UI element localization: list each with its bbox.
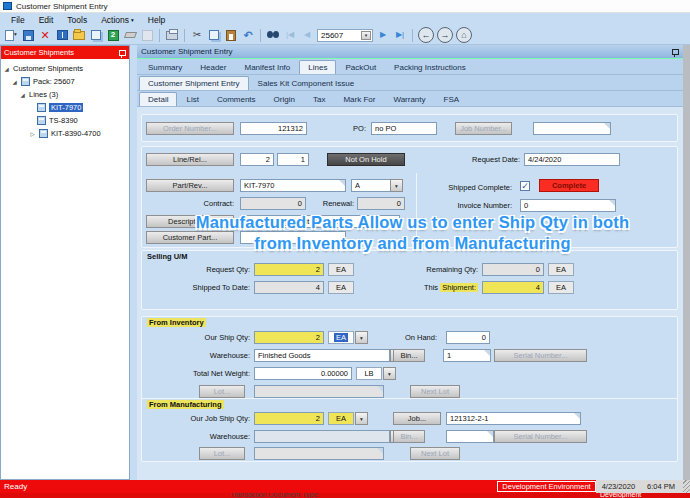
folder-icon[interactable] bbox=[72, 28, 86, 42]
cut-icon[interactable]: ✂ bbox=[190, 28, 204, 42]
tree-expander-icon[interactable]: ◢ bbox=[3, 66, 10, 72]
search-icon[interactable] bbox=[266, 28, 280, 42]
back-icon[interactable]: ← bbox=[418, 27, 434, 43]
new-icon[interactable]: ▾ bbox=[4, 28, 18, 42]
shipped-complete-checkbox[interactable]: ✓ bbox=[520, 181, 530, 191]
weight-uom-dropdown-icon[interactable]: ▾ bbox=[383, 367, 396, 380]
menu-actions[interactable]: Actions▾ bbox=[94, 15, 141, 25]
tab-warranty[interactable]: Warranty bbox=[384, 92, 434, 106]
job-field[interactable]: 121312-2-1 bbox=[446, 412, 581, 425]
line-rel-button[interactable]: Line/Rel... bbox=[146, 153, 234, 166]
previous-record-icon[interactable]: ◀ bbox=[300, 28, 314, 42]
lot-field-mfg bbox=[254, 447, 384, 460]
menu-tools[interactable]: Tools bbox=[60, 15, 94, 25]
export-icon[interactable]: 2 bbox=[106, 28, 120, 42]
tree-expander-icon[interactable]: ▷ bbox=[29, 131, 36, 137]
tree-panel-header: Customer Shipments bbox=[1, 46, 129, 59]
book-icon[interactable] bbox=[55, 28, 69, 42]
resize-grip[interactable] bbox=[683, 480, 690, 493]
clear-icon[interactable] bbox=[123, 28, 137, 42]
our-job-ship-qty-field[interactable]: 2 bbox=[254, 412, 324, 425]
po-field[interactable]: no PO bbox=[371, 122, 437, 135]
tab-lines[interactable]: Lines bbox=[299, 60, 336, 74]
lot-field-inv bbox=[254, 385, 384, 398]
tab-comments[interactable]: Comments bbox=[208, 92, 265, 106]
record-id-combo[interactable]: 25607 ▾ bbox=[317, 29, 373, 42]
request-date-field[interactable]: 4/24/2020 bbox=[524, 153, 620, 166]
line-field[interactable]: 2 bbox=[240, 153, 274, 166]
copy-icon[interactable] bbox=[207, 28, 221, 42]
tab-sales-kit-component-issue[interactable]: Sales Kit Component Issue bbox=[249, 76, 364, 90]
rev-field[interactable]: A bbox=[351, 179, 391, 192]
tab-manifest-info[interactable]: Manifest Info bbox=[235, 60, 299, 74]
order-number-button[interactable]: Order Number... bbox=[146, 122, 234, 135]
tab-summary[interactable]: Summary bbox=[139, 60, 191, 74]
job-number-field[interactable] bbox=[533, 122, 611, 135]
print-icon[interactable] bbox=[165, 28, 179, 42]
line-icon bbox=[39, 129, 48, 138]
tab-detail[interactable]: Detail bbox=[139, 92, 177, 106]
tab-mark-for[interactable]: Mark For bbox=[334, 92, 384, 106]
chevron-down-icon[interactable]: ▾ bbox=[361, 31, 371, 40]
menu-file[interactable]: File bbox=[4, 15, 32, 25]
warehouse-inv-combo[interactable]: Finished Goods bbox=[254, 349, 390, 362]
bin-button[interactable]: Bin... bbox=[393, 349, 425, 362]
tab-fsa[interactable]: FSA bbox=[435, 92, 469, 106]
tree-node-root[interactable]: ◢ Customer Shipments bbox=[3, 62, 129, 75]
tab-list[interactable]: List bbox=[177, 92, 207, 106]
part-field[interactable]: KIT-7970 bbox=[240, 179, 346, 192]
panel-splitter[interactable] bbox=[130, 45, 137, 480]
tab-header[interactable]: Header bbox=[191, 60, 235, 74]
undo-icon[interactable]: ↶ bbox=[241, 28, 255, 42]
tree-expander-icon[interactable]: ◢ bbox=[19, 92, 26, 98]
order-number-field[interactable]: 121312 bbox=[240, 122, 307, 135]
tree-node-line-ts8390[interactable]: TS-8390 bbox=[3, 114, 129, 127]
contract-label: Contract: bbox=[150, 199, 234, 208]
tab-origin[interactable]: Origin bbox=[265, 92, 304, 106]
first-record-icon[interactable]: |◀ bbox=[283, 28, 297, 42]
uom-dropdown-icon[interactable]: ▾ bbox=[355, 412, 368, 425]
this-shipment-field[interactable]: 4 bbox=[482, 281, 544, 294]
shipped-to-date-uom: EA bbox=[328, 281, 354, 294]
home-icon[interactable]: ⌂ bbox=[456, 27, 472, 43]
tree-node-lines[interactable]: ◢ Lines (3) bbox=[3, 88, 129, 101]
tree-expander-icon[interactable]: ◢ bbox=[11, 79, 18, 85]
pin-icon[interactable] bbox=[119, 50, 126, 56]
environment-badge: Development Environment bbox=[497, 481, 595, 492]
tab-packout[interactable]: PackOut bbox=[336, 60, 385, 74]
request-qty-field[interactable]: 2 bbox=[254, 263, 324, 276]
renewal-field: 0 bbox=[357, 197, 405, 210]
invoice-number-field[interactable]: 0 bbox=[520, 199, 616, 212]
menu-help[interactable]: Help bbox=[141, 15, 172, 25]
tree-node-line-kit7970[interactable]: KIT-7970 bbox=[3, 101, 129, 114]
our-ship-qty-field[interactable]: 2 bbox=[254, 331, 324, 344]
serial-number-button: Serial Number... bbox=[494, 349, 587, 362]
complete-button[interactable]: Complete bbox=[539, 179, 599, 192]
forward-icon[interactable]: → bbox=[437, 27, 453, 43]
delete-icon[interactable]: ✕ bbox=[38, 28, 52, 42]
job-number-button[interactable]: Job Number... bbox=[455, 122, 512, 135]
next-record-icon[interactable]: ▶ bbox=[376, 28, 390, 42]
part-rev-button[interactable]: Part/Rev... bbox=[146, 179, 234, 192]
job-button[interactable]: Job... bbox=[393, 412, 441, 425]
tab-customer-shipment-entry[interactable]: Customer Shipment Entry bbox=[139, 76, 249, 90]
copy-record-icon[interactable] bbox=[89, 28, 103, 42]
tree-node-pack[interactable]: ◢ Pack: 25607 bbox=[3, 75, 129, 88]
tree-node-line-kit8390[interactable]: ▷ KIT-8390-4700 bbox=[3, 127, 129, 140]
save-icon[interactable] bbox=[21, 28, 35, 42]
pack-icon bbox=[21, 77, 30, 86]
renewal-label: Renewal: bbox=[310, 199, 354, 208]
menu-edit[interactable]: Edit bbox=[32, 15, 61, 25]
tab-packing-instructions[interactable]: Packing Instructions bbox=[385, 60, 475, 74]
weight-uom-combo[interactable]: LB bbox=[356, 367, 382, 380]
total-net-weight-field[interactable]: 0.00000 bbox=[254, 367, 352, 380]
paste-icon[interactable] bbox=[224, 28, 238, 42]
tab-tax[interactable]: Tax bbox=[304, 92, 334, 106]
hold-status-button[interactable]: Not On Hold bbox=[327, 153, 405, 166]
rel-field[interactable]: 1 bbox=[277, 153, 309, 166]
rev-dropdown-icon[interactable]: ▾ bbox=[390, 179, 403, 192]
pin-icon[interactable] bbox=[672, 49, 679, 55]
last-record-icon[interactable]: ▶| bbox=[393, 28, 407, 42]
job-ship-qty-uom-combo[interactable]: EA bbox=[328, 412, 354, 425]
bin-field[interactable]: 1 bbox=[443, 349, 491, 362]
